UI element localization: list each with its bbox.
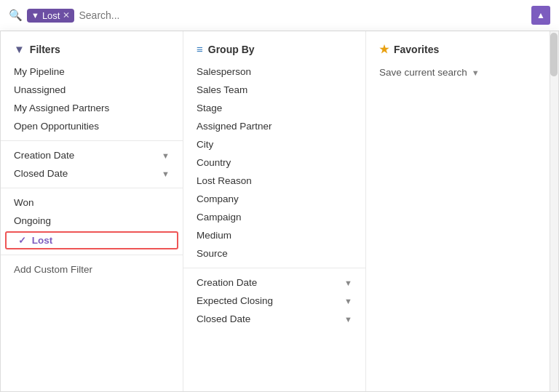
scrollbar-track[interactable] xyxy=(550,31,558,391)
groupby-header-label: Group By xyxy=(208,44,255,55)
groupby-header-icon: ≡ xyxy=(197,43,203,55)
filters-divider-1 xyxy=(1,140,183,141)
groupby-closed-arrow: ▼ xyxy=(344,315,352,324)
scrollbar-thumb xyxy=(550,33,558,76)
favorites-column: ★ Favorites Save current search ▼ xyxy=(366,31,558,391)
filter-my-pipeline[interactable]: My Pipeline xyxy=(1,63,183,81)
search-bar: 🔍 ▼ Lost ✕ ▲ xyxy=(0,0,559,31)
groupby-assigned-partner[interactable]: Assigned Partner xyxy=(183,117,365,135)
filters-divider-3 xyxy=(1,255,183,255)
add-custom-filter[interactable]: Add Custom Filter xyxy=(1,260,183,279)
filters-header-label: Filters xyxy=(30,44,60,55)
groupby-source[interactable]: Source xyxy=(183,244,365,263)
groupby-closed-date[interactable]: Closed Date ▼ xyxy=(183,310,365,328)
groupby-company[interactable]: Company xyxy=(183,190,365,208)
closed-date-arrow: ▼ xyxy=(162,169,170,178)
filters-column: ▼ Filters My Pipeline Unassigned My Assi… xyxy=(1,31,183,391)
groupby-country[interactable]: Country xyxy=(183,153,365,172)
groupby-stage[interactable]: Stage xyxy=(183,99,365,117)
groupby-expected-arrow: ▼ xyxy=(344,297,352,305)
groupby-header: ≡ Group By xyxy=(183,40,365,63)
groupby-campaign[interactable]: Campaign xyxy=(183,208,365,226)
groupby-expected-closing[interactable]: Expected Closing ▼ xyxy=(183,292,365,310)
filter-tag-close[interactable]: ✕ xyxy=(63,10,70,20)
dropdown-panel: ▼ Filters My Pipeline Unassigned My Assi… xyxy=(0,31,559,392)
filters-header: ▼ Filters xyxy=(1,40,183,63)
groupby-lost-reason[interactable]: Lost Reason xyxy=(183,172,365,190)
favorites-header-icon: ★ xyxy=(379,43,389,56)
toggle-icon: ▲ xyxy=(536,10,545,20)
groupby-column: ≡ Group By Salesperson Sales Team Stage … xyxy=(183,31,366,391)
filter-tag-label: Lost xyxy=(42,10,60,21)
filter-lost[interactable]: ✓ Lost xyxy=(5,231,178,249)
save-current-arrow: ▼ xyxy=(472,68,480,77)
filter-icon: ▼ xyxy=(31,11,39,20)
main-container: 🔍 ▼ Lost ✕ ▲ ▼ Filters My Pipeline Unass… xyxy=(0,0,559,392)
groupby-creation-arrow: ▼ xyxy=(344,279,352,287)
filters-divider-2 xyxy=(1,188,183,188)
check-icon: ✓ xyxy=(18,235,26,246)
groupby-city[interactable]: City xyxy=(183,135,365,153)
toggle-button[interactable]: ▲ xyxy=(531,6,550,25)
save-current-search[interactable]: Save current search ▼ xyxy=(366,63,548,81)
filter-creation-date[interactable]: Creation Date ▼ xyxy=(1,146,183,164)
groupby-salesperson[interactable]: Salesperson xyxy=(183,63,365,81)
filter-unassigned[interactable]: Unassigned xyxy=(1,81,183,99)
creation-date-arrow: ▼ xyxy=(162,151,170,160)
filter-open-opportunities[interactable]: Open Opportunities xyxy=(1,117,183,135)
groupby-medium[interactable]: Medium xyxy=(183,226,365,244)
groupby-divider xyxy=(183,268,365,268)
filter-won[interactable]: Won xyxy=(1,193,183,212)
filter-ongoing[interactable]: Ongoing xyxy=(1,212,183,230)
filter-tag[interactable]: ▼ Lost ✕ xyxy=(27,9,74,23)
favorites-header-label: Favorites xyxy=(394,44,439,55)
filters-header-icon: ▼ xyxy=(14,43,25,55)
search-icon: 🔍 xyxy=(9,9,23,22)
favorites-header: ★ Favorites xyxy=(366,40,548,63)
groupby-creation-date[interactable]: Creation Date ▼ xyxy=(183,273,365,292)
search-input[interactable] xyxy=(79,9,527,21)
filter-closed-date[interactable]: Closed Date ▼ xyxy=(1,164,183,183)
groupby-sales-team[interactable]: Sales Team xyxy=(183,81,365,99)
filter-my-assigned-partners[interactable]: My Assigned Partners xyxy=(1,99,183,117)
